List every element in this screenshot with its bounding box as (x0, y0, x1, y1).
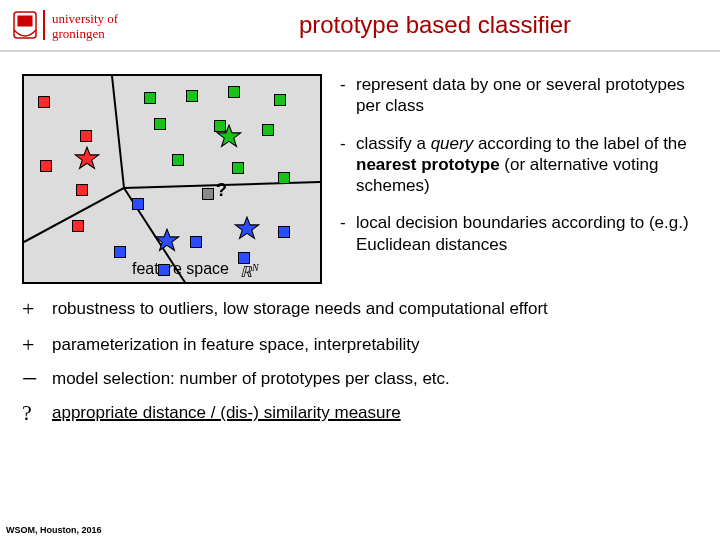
lower-list: +robustness to outliers, low storage nee… (0, 284, 720, 426)
data-square-blu (190, 236, 202, 248)
data-square-blu (238, 252, 250, 264)
lower-item: −model selection: number of prototypes p… (22, 368, 698, 390)
data-square-grn (144, 92, 156, 104)
feature-space-label: feature space (132, 260, 229, 278)
svg-marker-5 (155, 229, 178, 250)
data-square-grn (232, 162, 244, 174)
data-square-red (72, 220, 84, 232)
university-logo: university of groningen (10, 6, 180, 44)
slide-header: university of groningen prototype based … (0, 0, 720, 46)
data-square-blu (158, 264, 170, 276)
data-square-grn (262, 124, 274, 136)
prototype-star (216, 124, 242, 150)
logo-text-top: university of (52, 11, 119, 26)
data-square-red (80, 130, 92, 142)
bullet-list: -represent data by one or several protot… (340, 74, 698, 284)
data-square-grn (172, 154, 184, 166)
data-square-blu (132, 198, 144, 210)
data-square-blu (278, 226, 290, 238)
data-square-blu (114, 246, 126, 258)
svg-marker-6 (235, 217, 258, 238)
slide-footer: WSOM, Houston, 2016 (6, 525, 102, 535)
lower-item: +robustness to outliers, low storage nee… (22, 296, 698, 322)
data-square-grn (228, 86, 240, 98)
data-square-grn (274, 94, 286, 106)
slide-title: prototype based classifier (180, 11, 710, 39)
logo-text-bottom: groningen (52, 26, 105, 41)
rn-symbol: ℝN (240, 262, 259, 281)
lower-item: ?appropriate distance / (dis-) similarit… (22, 400, 698, 426)
svg-rect-1 (18, 16, 32, 26)
data-square-red (76, 184, 88, 196)
svg-marker-4 (217, 125, 240, 146)
data-square-red (40, 160, 52, 172)
svg-marker-3 (75, 147, 98, 168)
prototype-star (234, 216, 260, 242)
data-square-grn (278, 172, 290, 184)
bullet-item: -classify a query according to the label… (340, 133, 698, 197)
query-mark: ? (216, 180, 227, 201)
data-square-grn (186, 90, 198, 102)
data-square-red (38, 96, 50, 108)
prototype-star (154, 228, 180, 254)
feature-space-figure: ? feature space ℝN (22, 74, 322, 284)
prototype-star (74, 146, 100, 172)
data-square-grn (154, 118, 166, 130)
lower-item: +parameterization in feature space, inte… (22, 332, 698, 358)
bullet-item: -represent data by one or several protot… (340, 74, 698, 117)
bullet-item: -local decision boundaries according to … (340, 212, 698, 255)
data-square-gry (202, 188, 214, 200)
